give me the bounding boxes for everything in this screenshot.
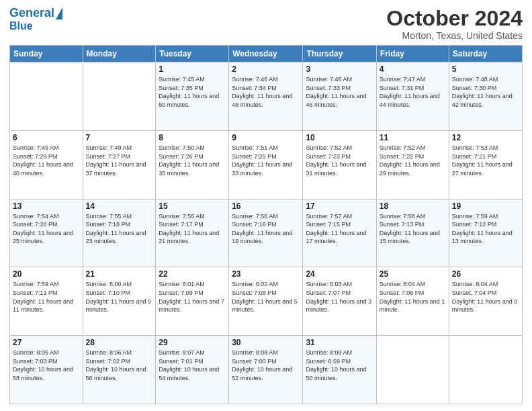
subtitle: Morton, Texas, United States <box>386 30 523 41</box>
day-number: 30 <box>232 338 300 347</box>
day-number: 7 <box>86 133 153 142</box>
calendar-cell <box>10 62 83 131</box>
day-number: 23 <box>232 269 300 279</box>
calendar-cell: 28Sunrise: 8:06 AM Sunset: 7:02 PM Dayli… <box>83 336 156 404</box>
calendar-cell: 18Sunrise: 7:58 AM Sunset: 7:13 PM Dayli… <box>376 199 449 267</box>
calendar-cell: 30Sunrise: 8:08 AM Sunset: 7:00 PM Dayli… <box>229 336 303 404</box>
day-info: Sunrise: 7:55 AM Sunset: 7:17 PM Dayligh… <box>159 212 226 246</box>
main-title: October 2024 <box>386 7 523 30</box>
logo-text: General <box>9 7 54 20</box>
day-info: Sunrise: 8:01 AM Sunset: 7:09 PM Dayligh… <box>159 280 226 314</box>
day-info: Sunrise: 7:58 AM Sunset: 7:13 PM Dayligh… <box>380 212 446 246</box>
calendar-cell: 23Sunrise: 8:02 AM Sunset: 7:08 PM Dayli… <box>229 267 303 336</box>
day-number: 19 <box>452 201 519 211</box>
day-info: Sunrise: 8:09 AM Sunset: 6:59 PM Dayligh… <box>306 349 373 382</box>
day-number: 2 <box>232 64 300 74</box>
day-number: 4 <box>380 64 446 74</box>
calendar-cell: 20Sunrise: 7:59 AM Sunset: 7:11 PM Dayli… <box>10 267 83 336</box>
day-info: Sunrise: 7:55 AM Sunset: 7:18 PM Dayligh… <box>86 212 153 246</box>
calendar-cell: 6Sunrise: 7:49 AM Sunset: 7:29 PM Daylig… <box>10 130 83 199</box>
calendar-cell: 22Sunrise: 8:01 AM Sunset: 7:09 PM Dayli… <box>156 267 229 336</box>
day-info: Sunrise: 7:52 AM Sunset: 7:23 PM Dayligh… <box>306 144 373 177</box>
day-info: Sunrise: 7:47 AM Sunset: 7:31 PM Dayligh… <box>380 75 446 109</box>
calendar-cell: 8Sunrise: 7:50 AM Sunset: 7:26 PM Daylig… <box>156 130 229 199</box>
calendar-cell: 9Sunrise: 7:51 AM Sunset: 7:25 PM Daylig… <box>229 130 303 199</box>
calendar-cell: 13Sunrise: 7:54 AM Sunset: 7:20 PM Dayli… <box>10 199 83 267</box>
day-header-wednesday: Wednesday <box>229 46 303 62</box>
calendar-cell: 26Sunrise: 8:04 AM Sunset: 7:04 PM Dayli… <box>449 267 522 336</box>
day-number: 10 <box>306 133 373 142</box>
calendar-cell: 12Sunrise: 7:53 AM Sunset: 7:21 PM Dayli… <box>449 130 522 199</box>
days-header-row: SundayMondayTuesdayWednesdayThursdayFrid… <box>10 46 523 62</box>
day-number: 16 <box>232 201 300 211</box>
calendar-cell: 16Sunrise: 7:56 AM Sunset: 7:16 PM Dayli… <box>229 199 303 267</box>
day-info: Sunrise: 7:45 AM Sunset: 7:35 PM Dayligh… <box>159 75 226 109</box>
page: General Blue October 2024 Morton, Texas,… <box>0 0 532 411</box>
day-header-friday: Friday <box>376 46 449 62</box>
day-number: 6 <box>13 133 80 142</box>
day-header-sunday: Sunday <box>10 46 83 62</box>
day-number: 28 <box>86 338 153 347</box>
day-number: 20 <box>13 269 80 279</box>
day-info: Sunrise: 7:59 AM Sunset: 7:11 PM Dayligh… <box>13 280 80 314</box>
day-info: Sunrise: 7:54 AM Sunset: 7:20 PM Dayligh… <box>13 212 80 246</box>
day-number: 13 <box>13 201 80 211</box>
calendar-cell: 25Sunrise: 8:04 AM Sunset: 7:06 PM Dayli… <box>376 267 449 336</box>
day-info: Sunrise: 7:52 AM Sunset: 7:22 PM Dayligh… <box>380 144 446 177</box>
calendar-cell: 24Sunrise: 8:03 AM Sunset: 7:07 PM Dayli… <box>303 267 376 336</box>
day-info: Sunrise: 8:06 AM Sunset: 7:02 PM Dayligh… <box>86 349 153 382</box>
day-number: 3 <box>306 64 373 74</box>
day-number: 14 <box>86 201 153 211</box>
calendar-cell: 14Sunrise: 7:55 AM Sunset: 7:18 PM Dayli… <box>83 199 156 267</box>
week-row-2: 6Sunrise: 7:49 AM Sunset: 7:29 PM Daylig… <box>10 130 523 199</box>
day-number: 8 <box>159 133 226 142</box>
calendar-cell <box>83 62 156 131</box>
day-number: 24 <box>306 269 373 279</box>
day-info: Sunrise: 8:05 AM Sunset: 7:03 PM Dayligh… <box>13 349 80 382</box>
logo-triangle-icon <box>56 7 62 19</box>
day-number: 21 <box>86 269 153 279</box>
day-number: 15 <box>159 201 226 211</box>
calendar-cell: 4Sunrise: 7:47 AM Sunset: 7:31 PM Daylig… <box>376 62 449 131</box>
logo-blue-text: Blue <box>9 20 33 32</box>
calendar-cell: 5Sunrise: 7:48 AM Sunset: 7:30 PM Daylig… <box>449 62 522 131</box>
calendar-cell: 11Sunrise: 7:52 AM Sunset: 7:22 PM Dayli… <box>376 130 449 199</box>
header: General Blue October 2024 Morton, Texas,… <box>9 7 523 41</box>
calendar-cell: 17Sunrise: 7:57 AM Sunset: 7:15 PM Dayli… <box>303 199 376 267</box>
day-info: Sunrise: 8:04 AM Sunset: 7:04 PM Dayligh… <box>452 280 519 314</box>
calendar-cell <box>449 336 522 404</box>
day-number: 5 <box>452 64 519 74</box>
calendar-cell: 21Sunrise: 8:00 AM Sunset: 7:10 PM Dayli… <box>83 267 156 336</box>
day-info: Sunrise: 7:49 AM Sunset: 7:29 PM Dayligh… <box>13 144 80 177</box>
calendar-cell: 19Sunrise: 7:59 AM Sunset: 7:12 PM Dayli… <box>449 199 522 267</box>
day-number: 26 <box>452 269 519 279</box>
calendar-cell <box>376 336 449 404</box>
day-info: Sunrise: 8:02 AM Sunset: 7:08 PM Dayligh… <box>232 280 300 314</box>
week-row-4: 20Sunrise: 7:59 AM Sunset: 7:11 PM Dayli… <box>10 267 523 336</box>
day-number: 31 <box>306 338 373 347</box>
calendar-cell: 15Sunrise: 7:55 AM Sunset: 7:17 PM Dayli… <box>156 199 229 267</box>
calendar-cell: 7Sunrise: 7:49 AM Sunset: 7:27 PM Daylig… <box>83 130 156 199</box>
day-header-saturday: Saturday <box>449 46 522 62</box>
calendar-cell: 3Sunrise: 7:46 AM Sunset: 7:33 PM Daylig… <box>303 62 376 131</box>
day-number: 9 <box>232 133 300 142</box>
calendar-cell: 1Sunrise: 7:45 AM Sunset: 7:35 PM Daylig… <box>156 62 229 131</box>
day-number: 27 <box>13 338 80 347</box>
day-number: 12 <box>452 133 519 142</box>
calendar: SundayMondayTuesdayWednesdayThursdayFrid… <box>9 45 523 404</box>
week-row-3: 13Sunrise: 7:54 AM Sunset: 7:20 PM Dayli… <box>10 199 523 267</box>
week-row-5: 27Sunrise: 8:05 AM Sunset: 7:03 PM Dayli… <box>10 336 523 404</box>
day-number: 17 <box>306 201 373 211</box>
day-info: Sunrise: 8:00 AM Sunset: 7:10 PM Dayligh… <box>86 280 153 314</box>
calendar-cell: 29Sunrise: 8:07 AM Sunset: 7:01 PM Dayli… <box>156 336 229 404</box>
day-info: Sunrise: 7:48 AM Sunset: 7:30 PM Dayligh… <box>452 75 519 109</box>
day-info: Sunrise: 7:49 AM Sunset: 7:27 PM Dayligh… <box>86 144 153 177</box>
day-info: Sunrise: 7:53 AM Sunset: 7:21 PM Dayligh… <box>452 144 519 177</box>
day-header-monday: Monday <box>83 46 156 62</box>
week-row-1: 1Sunrise: 7:45 AM Sunset: 7:35 PM Daylig… <box>10 62 523 131</box>
day-info: Sunrise: 8:04 AM Sunset: 7:06 PM Dayligh… <box>380 280 446 314</box>
day-info: Sunrise: 8:03 AM Sunset: 7:07 PM Dayligh… <box>306 280 373 314</box>
day-info: Sunrise: 8:07 AM Sunset: 7:01 PM Dayligh… <box>159 349 226 382</box>
day-info: Sunrise: 7:57 AM Sunset: 7:15 PM Dayligh… <box>306 212 373 246</box>
title-block: October 2024 Morton, Texas, United State… <box>386 7 523 41</box>
